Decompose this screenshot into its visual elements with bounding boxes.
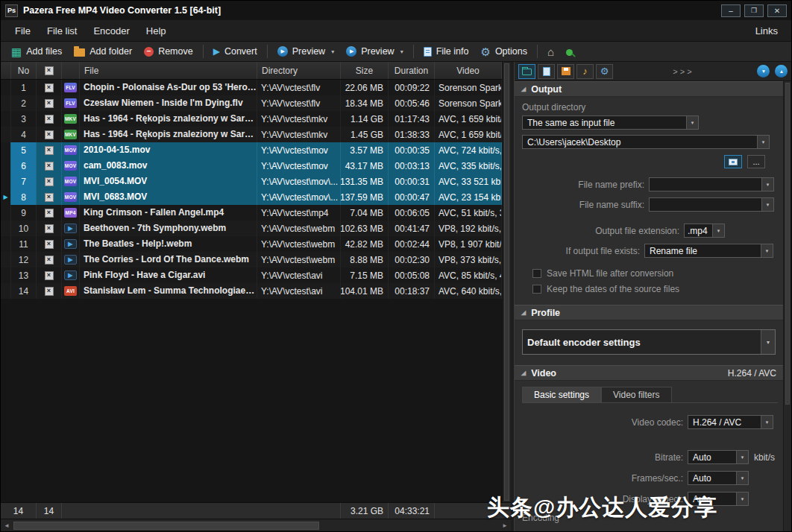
tab-basic-settings[interactable]: Basic settings <box>522 387 601 402</box>
table-row[interactable]: 13 ▶ Pink Floyd - Have a Cigar.avi Y:\AV… <box>1 267 502 283</box>
table-vertical-scrollbar[interactable] <box>502 62 511 502</box>
preview-button-2[interactable]: Preview ▾ <box>340 44 409 59</box>
video-codec-combo[interactable]: H.264 / AVC <box>688 415 773 429</box>
row-checkbox[interactable] <box>45 146 54 155</box>
if-output-exists-combo[interactable]: Rename file <box>644 244 773 258</box>
header-no[interactable]: No <box>11 62 37 79</box>
row-checkbox[interactable] <box>45 209 54 218</box>
scrollbar-thumb[interactable] <box>13 522 319 530</box>
file-name-prefix-combo[interactable] <box>649 177 774 191</box>
row-checkbox-cell[interactable] <box>37 283 62 299</box>
menu-file[interactable]: File <box>7 22 39 39</box>
row-checkbox-cell[interactable] <box>37 236 62 252</box>
row-checkbox-cell[interactable] <box>37 95 62 111</box>
table-row[interactable]: 11 ▶ The Beatles - Help!.webm Y:\AV\vcte… <box>1 236 502 252</box>
panel-scroll-up-button[interactable] <box>775 65 788 77</box>
row-checkbox-cell[interactable] <box>37 205 62 221</box>
row-checkbox[interactable] <box>45 99 54 108</box>
header-duration[interactable]: Duration <box>389 62 435 79</box>
pin-button[interactable] <box>560 45 581 58</box>
output-path-combo[interactable]: C:\Users\jacek\Desktop <box>522 135 770 149</box>
add-files-button[interactable]: ▦ Add files <box>5 44 68 60</box>
row-checkbox-cell[interactable] <box>37 158 62 174</box>
maximize-button[interactable] <box>744 4 764 17</box>
remove-button[interactable]: Remove <box>138 44 199 59</box>
row-checkbox-cell[interactable] <box>37 80 62 95</box>
row-checkbox-cell[interactable] <box>37 174 62 189</box>
row-checkbox[interactable] <box>45 193 54 202</box>
panel-vertical-scrollbar[interactable] <box>783 81 791 531</box>
scrollbar-track[interactable] <box>13 519 499 531</box>
row-checkbox[interactable] <box>45 177 54 186</box>
tab-save[interactable] <box>557 64 574 79</box>
add-folder-button[interactable]: Add folder <box>68 44 138 59</box>
video-section-header[interactable]: ◢ Video H.264 / AVC <box>515 365 783 381</box>
bitrate-combo[interactable]: Auto <box>688 450 749 464</box>
header-file[interactable]: File <box>80 62 257 79</box>
row-checkbox[interactable] <box>45 287 54 296</box>
output-extension-combo[interactable]: .mp4 <box>684 224 725 238</box>
table-row[interactable]: 12 ▶ The Corries - Lord Of The Dance.web… <box>1 252 502 267</box>
table-row[interactable]: 9 MP4 King Crimson - Fallen Angel.mp4 Y:… <box>1 205 502 221</box>
row-checkbox[interactable] <box>45 162 54 171</box>
scroll-right-arrow-icon[interactable] <box>499 519 511 531</box>
row-checkbox[interactable] <box>45 271 54 280</box>
tab-output[interactable] <box>518 64 535 79</box>
row-checkbox[interactable] <box>45 256 54 265</box>
menu-help[interactable]: Help <box>138 22 175 39</box>
home-button[interactable]: ⌂ <box>541 44 560 60</box>
table-row[interactable]: 4 MKV Has - 1964 - Rękopis znaleziony w … <box>1 127 502 142</box>
table-row[interactable]: 7 MOV MVI_0054.MOV Y:\AV\vctest\mov\... … <box>1 174 502 189</box>
header-directory[interactable]: Directory <box>257 62 341 79</box>
output-section-header[interactable]: ◢ Output <box>515 81 783 97</box>
table-row[interactable]: 5 MOV 2010-04-15.mov Y:\AV\vctest\mov 3.… <box>1 142 502 158</box>
row-checkbox-cell[interactable] <box>37 189 62 205</box>
output-directory-mode-combo[interactable]: The same as input file <box>522 115 699 130</box>
chevron-down-icon[interactable]: ▾ <box>400 48 403 55</box>
row-checkbox[interactable] <box>45 130 54 139</box>
preview-button-1[interactable]: Preview ▾ <box>271 44 340 59</box>
minimize-button[interactable] <box>721 4 741 17</box>
tab-audio[interactable]: ♪ <box>576 64 594 79</box>
fps-combo[interactable]: Auto <box>688 471 749 485</box>
row-checkbox-cell[interactable] <box>37 142 62 158</box>
header-size[interactable]: Size <box>341 62 389 79</box>
options-button[interactable]: ⚙ Options <box>474 44 533 60</box>
tab-file[interactable] <box>538 64 555 79</box>
table-row[interactable]: 8 MOV MVI_0683.MOV Y:\AV\vctest\mov\... … <box>1 189 502 205</box>
more-options-button[interactable]: ... <box>747 155 765 168</box>
panel-scroll-down-button[interactable] <box>757 65 770 77</box>
profile-combo[interactable]: Default encoder settings <box>522 329 776 355</box>
table-row[interactable]: 1 FLV Chopin - Polonaise As-Dur op 53 'H… <box>1 80 502 95</box>
browse-folder-button[interactable] <box>724 155 742 168</box>
table-row[interactable]: 14 AVI Stanisław Lem - Summa Technologia… <box>1 283 502 299</box>
select-all-checkbox[interactable] <box>45 66 54 75</box>
file-name-suffix-combo[interactable] <box>649 197 774 212</box>
row-checkbox-cell[interactable] <box>37 267 62 283</box>
menu-encoder[interactable]: Encoder <box>85 22 137 39</box>
row-checkbox-cell[interactable] <box>37 111 62 127</box>
tab-video-filters[interactable]: Video filters <box>601 387 671 402</box>
row-checkbox[interactable] <box>45 115 54 124</box>
table-row[interactable]: 10 ▶ Beethoven - 7th Symphony.webm Y:\AV… <box>1 221 502 236</box>
scrollbar-thumb[interactable] <box>504 63 509 501</box>
table-row[interactable]: 6 MOV cam_0083.mov Y:\AV\vctest\mov 43.1… <box>1 158 502 174</box>
save-html-checkbox[interactable] <box>532 269 541 278</box>
menu-links[interactable]: Links <box>748 22 785 39</box>
row-checkbox-cell[interactable] <box>37 221 62 236</box>
menu-file-list[interactable]: File list <box>39 22 85 39</box>
close-button[interactable] <box>767 4 787 17</box>
row-checkbox[interactable] <box>45 224 54 233</box>
table-row[interactable]: 2 FLV Czesław Niemen - Inside I'm Dying.… <box>1 95 502 111</box>
horizontal-scrollbar[interactable] <box>1 519 511 531</box>
row-checkbox-cell[interactable] <box>37 252 62 267</box>
convert-button[interactable]: ▶ Convert <box>207 44 263 59</box>
header-video[interactable]: Video <box>435 62 502 79</box>
row-checkbox-cell[interactable] <box>37 127 62 142</box>
tab-settings[interactable]: ⚙ <box>596 64 613 79</box>
scrollbar-thumb[interactable] <box>785 83 790 405</box>
scroll-left-arrow-icon[interactable] <box>1 519 13 531</box>
keep-dates-checkbox[interactable] <box>532 285 541 294</box>
table-row[interactable]: 3 MKV Has - 1964 - Rękopis znaleziony w … <box>1 111 502 127</box>
profile-section-header[interactable]: ◢ Profile <box>515 305 783 320</box>
